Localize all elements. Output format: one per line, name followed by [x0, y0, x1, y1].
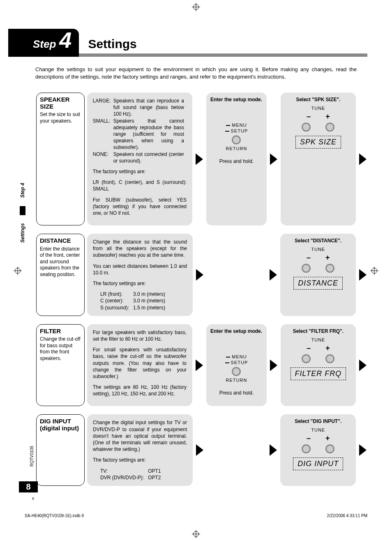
arrow-right-icon — [359, 360, 367, 371]
tune-label: TUNE — [285, 106, 352, 111]
dial-icon — [302, 123, 311, 132]
menu-label: MENU — [232, 354, 247, 359]
setup-hint: Press and hold. — [219, 390, 254, 396]
setting-name-box: DISTANCE Enter the distance of the front… — [36, 234, 85, 316]
header: Step 4 Settings — [25, 29, 367, 57]
display-readout: DISTANCE — [293, 277, 343, 290]
select-title: Select "DISTANCE". — [284, 238, 352, 244]
setting-name-box: DIG INPUT (digital input) — [36, 414, 85, 486]
document-code: RQTV0109 — [30, 446, 34, 467]
select-panel: Select "DISTANCE". TUNE – + DISTANCE — [280, 234, 356, 316]
arrow-right-icon — [270, 360, 277, 371]
side-tab-marker — [20, 206, 25, 215]
select-title: Select "FILTER FRQ". — [285, 328, 352, 334]
arrow-right-icon — [359, 444, 367, 456]
dial-icon — [325, 264, 334, 273]
return-label: RETURN — [226, 146, 247, 151]
select-title: Select "DIG INPUT". — [284, 418, 352, 424]
setup-title: Enter the setup mode. — [210, 328, 263, 334]
step-number: 4 — [59, 29, 71, 51]
dial-icon — [325, 123, 334, 132]
footer-right: 2/22/2006 4:33:11 PM — [327, 513, 367, 518]
arrow-right-icon — [270, 153, 277, 165]
tune-label: TUNE — [284, 427, 352, 432]
select-panel: Select "DIG INPUT". TUNE – + DIG INPUT — [280, 414, 356, 486]
return-label: RETURN — [226, 378, 247, 383]
setup-label: SETUP — [231, 128, 248, 133]
setup-title: Enter the setup mode. — [210, 97, 263, 102]
setting-desc: Enter the distance of the front, center … — [40, 246, 81, 278]
side-tab-step: Step 4 — [20, 183, 25, 198]
registration-mark-icon — [193, 4, 199, 10]
setting-description: Change the digital input settings for TV… — [87, 414, 193, 486]
dial-icon — [302, 264, 311, 273]
arrow-right-icon — [196, 360, 203, 371]
display-readout: DIG INPUT — [293, 457, 343, 470]
setting-row: DIG INPUT (digital input) Change the dig… — [36, 414, 367, 486]
setup-panel: Enter the setup mode. MENU SETUP RETURN … — [206, 324, 267, 406]
setup-panel: Enter the setup mode. MENU SETUP RETURN … — [206, 93, 267, 225]
setting-name-box: SPEAKER SIZE Set the size to suit your s… — [36, 93, 85, 225]
select-panel: Select "FILTER FRQ". TUNE – + FILTER FRQ — [281, 324, 356, 406]
setting-description: For large speakers with satisfactory bas… — [87, 324, 192, 406]
dial-icon — [325, 354, 334, 363]
arrow-right-icon — [196, 444, 203, 456]
setting-row: SPEAKER SIZE Set the size to suit your s… — [36, 93, 367, 225]
page-number-small: 8 — [32, 497, 34, 501]
display-readout: FILTER FRQ — [291, 367, 346, 380]
plus-icon: + — [325, 344, 330, 353]
plus-icon: + — [325, 434, 330, 443]
page-number: 8 — [19, 481, 38, 492]
arrow-right-icon — [270, 269, 277, 281]
display-readout: SPK SIZE — [295, 136, 341, 149]
registration-mark-icon — [193, 531, 199, 537]
dial-icon — [325, 444, 334, 453]
side-tabs: Settings Step 4 — [20, 183, 25, 243]
intro-text: Change the settings to suit your equipme… — [35, 66, 357, 80]
arrow-right-icon — [196, 153, 203, 165]
arrow-right-icon — [359, 269, 367, 281]
tune-label: TUNE — [285, 337, 352, 342]
setting-desc: Set the size to suit your speakers. — [40, 111, 81, 124]
tune-label: TUNE — [284, 247, 352, 252]
setting-title: FILTER — [40, 328, 81, 335]
minus-icon: – — [307, 112, 311, 121]
setting-description: Change the distance so that the sound fr… — [87, 234, 193, 316]
arrow-right-icon — [196, 269, 203, 281]
dial-icon — [302, 444, 311, 453]
minus-icon: – — [307, 434, 311, 443]
setting-title: DIG INPUT (digital input) — [40, 418, 81, 432]
page-title: Settings — [79, 29, 367, 57]
setting-row: FILTER Change the cut-off for bass outpu… — [36, 324, 367, 406]
settings-rows: SPEAKER SIZE Set the size to suit your s… — [36, 93, 367, 486]
dial-icon — [232, 367, 241, 376]
setting-title: SPEAKER SIZE — [40, 96, 81, 110]
registration-mark-icon — [371, 268, 377, 274]
footer-left: SA-HE40(RQTV0109-1E).indb 8 — [25, 513, 84, 518]
setting-title: DISTANCE — [40, 237, 81, 244]
registration-mark-icon — [15, 268, 21, 274]
minus-icon: – — [307, 253, 311, 262]
step-word: Step — [33, 38, 56, 51]
select-panel: Select "SPK SIZE". TUNE – + SPK SIZE — [281, 93, 356, 225]
menu-label: MENU — [232, 123, 247, 128]
setting-desc: Change the cut-off for bass output from … — [40, 336, 81, 362]
plus-icon: + — [325, 112, 330, 121]
setup-label: SETUP — [231, 360, 248, 365]
select-title: Select "SPK SIZE". — [285, 97, 352, 102]
setting-description: LARGE:Speakers that can reproduce a full… — [87, 93, 192, 225]
plus-icon: + — [325, 253, 330, 262]
arrow-right-icon — [359, 153, 367, 165]
page: Step 4 Settings Change the settings to s… — [25, 12, 367, 520]
setup-hint: Press and hold. — [219, 158, 254, 164]
arrow-right-icon — [270, 444, 277, 456]
setting-row: DISTANCE Enter the distance of the front… — [36, 234, 367, 316]
dial-icon — [232, 135, 241, 144]
dial-icon — [302, 354, 311, 363]
step-badge: Step 4 — [8, 29, 79, 57]
side-tab-settings: Settings — [20, 223, 25, 243]
setting-name-box: FILTER Change the cut-off for bass outpu… — [36, 324, 85, 406]
minus-icon: – — [307, 344, 311, 353]
